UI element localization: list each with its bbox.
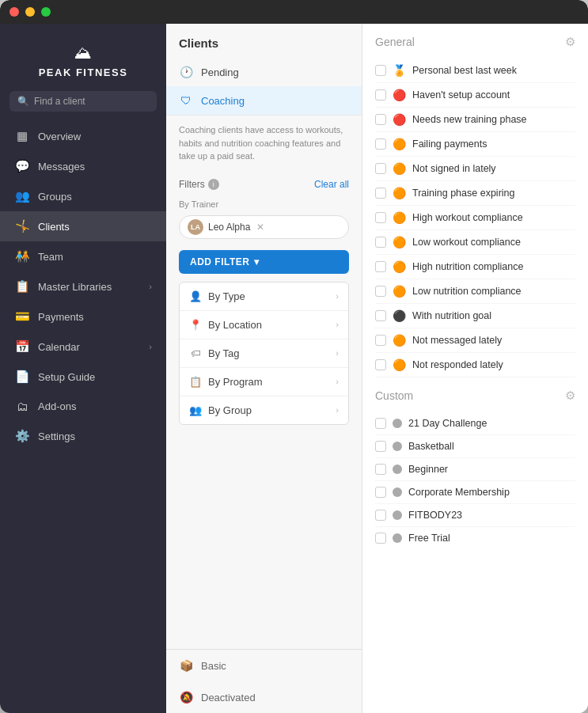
filter-by-location[interactable]: 📍 By Location › [180, 311, 348, 339]
coaching-description: Coaching clients have access to workouts… [166, 115, 362, 171]
clear-all-button[interactable]: Clear all [314, 179, 349, 190]
filter-label: FITBODY23 [408, 510, 575, 521]
filter-checkbox[interactable] [375, 510, 386, 521]
type-icon: 👤 [189, 290, 202, 302]
menu-item-deactivated[interactable]: 🔕 Deactivated [166, 681, 362, 713]
filter-checkbox[interactable] [375, 487, 386, 498]
coaching-icon: 🛡 [179, 94, 193, 107]
gear-icon[interactable]: ⚙ [565, 389, 575, 403]
filter-checkbox[interactable] [375, 441, 386, 452]
sidebar-item-label: Setup Guide [38, 371, 95, 383]
filter-label: Free Trial [408, 533, 575, 544]
filter-not-messaged: 🟠 Not messaged lately [375, 328, 575, 353]
sidebar-item-payments[interactable]: 💳 Payments [0, 302, 166, 332]
sidebar-item-setup-guide[interactable]: 📄 Setup Guide [0, 362, 166, 392]
custom-title: Custom [375, 389, 413, 402]
tag-icon: 🏷 [189, 347, 202, 359]
filter-dropdown: 👤 By Type › 📍 By Location › [179, 282, 349, 425]
filter-by-program[interactable]: 📋 By Program › [180, 368, 348, 396]
sidebar-item-label: Overview [38, 131, 81, 142]
sidebar-item-overview[interactable]: ▦ Overview [0, 121, 166, 151]
orange-dot-icon: 🟠 [393, 138, 406, 150]
remove-filter-button[interactable]: ✕ [256, 222, 264, 233]
filter-checkbox[interactable] [375, 114, 386, 125]
add-filter-button[interactable]: ADD FILTER ▾ [179, 250, 349, 274]
filter-label: Personal best last week [412, 65, 575, 76]
gear-icon[interactable]: ⚙ [565, 35, 575, 49]
filter-21-day: 21 Day Challenge [375, 412, 575, 435]
menu-item-pending[interactable]: 🕐 Pending [166, 58, 362, 86]
chevron-down-icon: ▾ [254, 256, 260, 267]
orange-dot-icon: 🟠 [393, 260, 406, 273]
location-icon: 📍 [189, 319, 202, 331]
filter-by-type[interactable]: 👤 By Type › [180, 283, 348, 311]
sidebar-item-messages[interactable]: 💬 Messages [0, 151, 166, 181]
settings-icon: ⚙️ [14, 429, 30, 443]
filter-not-signed-in: 🟠 Not signed in lately [375, 157, 575, 181]
team-icon: 🧑‍🤝‍🧑 [14, 249, 30, 264]
filter-checkbox[interactable] [375, 188, 386, 199]
sidebar-item-calendar[interactable]: 📅 Calendar › [0, 332, 166, 362]
minimize-button[interactable] [25, 7, 35, 17]
filter-basketball: Basketball [375, 435, 575, 458]
maximize-button[interactable] [41, 7, 51, 17]
filter-label: Corporate Membership [408, 487, 575, 498]
filter-checkbox[interactable] [375, 89, 386, 101]
filter-checkbox[interactable] [375, 310, 386, 321]
general-title: General [375, 36, 415, 48]
filter-needs-training: 🔴 Needs new training phase [375, 108, 575, 132]
general-section-header: General ⚙ [375, 35, 575, 49]
filter-personal-best: 🏅 Personal best last week [375, 59, 575, 83]
sidebar-item-settings[interactable]: ⚙️ Settings [0, 421, 166, 451]
filter-checkbox[interactable] [375, 138, 386, 150]
by-trainer-label: By Trainer [166, 195, 362, 212]
filter-checkbox[interactable] [375, 212, 386, 223]
sidebar-item-groups[interactable]: 👥 Groups [0, 181, 166, 211]
filter-checkbox[interactable] [375, 286, 386, 297]
left-panel: Clients 🕐 Pending 🛡 Coaching Coaching cl… [166, 24, 362, 713]
menu-item-basic[interactable]: 📦 Basic [166, 650, 362, 681]
filter-checkbox[interactable] [375, 359, 386, 370]
sidebar: ⛰ PEAK FITNESS 🔍 Find a client ▦ Overvie… [0, 24, 166, 713]
trainer-name: Leo Alpha [208, 222, 250, 233]
sidebar-item-clients[interactable]: 🤸 Clients [0, 211, 166, 241]
sidebar-item-master-libraries[interactable]: 📋 Master Libraries › [0, 271, 166, 302]
filter-by-group[interactable]: 👥 By Group › [180, 396, 348, 424]
filter-label: Low workout compliance [412, 237, 575, 248]
sidebar-item-label: Clients [38, 221, 70, 233]
close-button[interactable] [9, 7, 19, 17]
chevron-right-icon: › [336, 291, 339, 301]
filter-label: Basketball [408, 441, 575, 452]
orange-dot-icon: 🟠 [393, 162, 406, 175]
sidebar-item-label: Messages [38, 161, 85, 173]
filter-label: Training phase expiring [412, 188, 575, 199]
filter-checkbox[interactable] [375, 464, 386, 475]
panel-title: Clients [166, 24, 362, 58]
app-window: ⛰ PEAK FITNESS 🔍 Find a client ▦ Overvie… [0, 0, 588, 713]
filter-info-icon[interactable]: i [208, 179, 219, 190]
clients-icon: 🤸 [14, 219, 30, 233]
filter-checkbox[interactable] [375, 163, 386, 174]
filter-label: Filters i [179, 179, 219, 190]
filter-by-tag[interactable]: 🏷 By Tag › [180, 339, 348, 368]
filter-checkbox[interactable] [375, 65, 386, 76]
trainer-avatar: LA [188, 219, 203, 235]
filter-label: Not responded lately [412, 359, 575, 370]
sidebar-item-team[interactable]: 🧑‍🤝‍🧑 Team [0, 241, 166, 271]
orange-dot-icon: 🟠 [393, 187, 406, 199]
orange-dot-icon: 🟠 [393, 285, 406, 298]
filter-checkbox[interactable] [375, 533, 386, 544]
filter-dd-label: By Group [208, 404, 252, 416]
filter-checkbox[interactable] [375, 418, 386, 429]
filter-checkbox[interactable] [375, 335, 386, 346]
menu-item-coaching[interactable]: 🛡 Coaching [166, 86, 362, 115]
groups-icon: 👥 [14, 189, 30, 203]
search-bar[interactable]: 🔍 Find a client [9, 91, 157, 112]
messages-icon: 💬 [14, 159, 30, 173]
filter-label: Haven't setup account [412, 89, 575, 101]
bottom-menu: 📦 Basic 🔕 Deactivated [166, 649, 362, 713]
sidebar-item-add-ons[interactable]: 🗂 Add-ons [0, 392, 166, 421]
filter-checkbox[interactable] [375, 237, 386, 248]
filter-checkbox[interactable] [375, 261, 386, 272]
filter-label: Not messaged lately [412, 335, 575, 346]
